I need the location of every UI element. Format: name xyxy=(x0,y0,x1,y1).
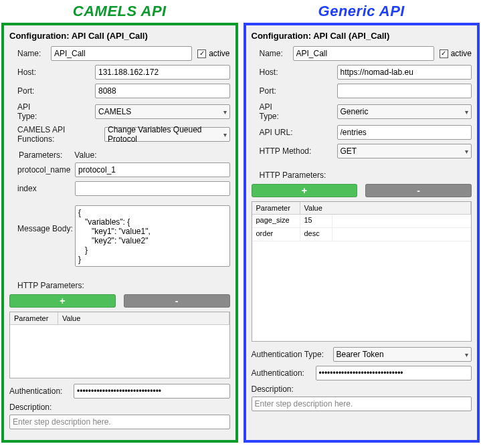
description-input[interactable] xyxy=(252,397,472,411)
description-input[interactable] xyxy=(9,415,230,429)
http-params-table[interactable]: Parameter Value xyxy=(9,312,230,378)
api-type-label: API Type: xyxy=(260,102,293,121)
camels-functions-label: CAMELS API Functions: xyxy=(17,125,104,144)
active-label: active xyxy=(451,49,472,58)
generic-api-heading: Generic API xyxy=(244,1,480,23)
chevron-down-icon: ▾ xyxy=(223,131,227,138)
check-icon: ✓ xyxy=(440,49,448,58)
config-title: Configuration: API Call (API_Call) xyxy=(252,29,472,46)
description-label: Description: xyxy=(252,384,472,394)
port-input[interactable] xyxy=(95,84,230,98)
remove-param-button[interactable]: - xyxy=(124,294,230,308)
params-header: Parameters: Value: xyxy=(9,148,230,162)
param1-name: protocol_name xyxy=(17,165,75,175)
http-method-label: HTTP Method: xyxy=(260,146,314,156)
http-method-select[interactable]: GET ▾ xyxy=(337,144,472,158)
host-label: Host: xyxy=(260,68,293,77)
active-label: active xyxy=(209,49,229,58)
api-type-value: Generic xyxy=(341,107,369,116)
port-input[interactable] xyxy=(337,84,472,98)
cell-param: order xyxy=(252,228,300,241)
col-parameter: Parameter xyxy=(252,202,300,214)
col-value: Value xyxy=(58,312,229,324)
cell-param: page_size xyxy=(252,215,300,227)
name-label: Name: xyxy=(17,49,51,58)
port-label: Port: xyxy=(260,86,293,96)
remove-param-button[interactable]: - xyxy=(365,184,472,197)
add-param-button[interactable]: + xyxy=(9,294,116,308)
http-params-label: HTTP Parameters: xyxy=(260,171,472,180)
auth-type-select[interactable]: Bearer Token ▾ xyxy=(333,347,472,362)
http-params-table[interactable]: Parameter Value page_size 15 order desc xyxy=(252,201,472,342)
port-label: Port: xyxy=(17,86,51,96)
host-label: Host: xyxy=(17,68,51,77)
name-input[interactable] xyxy=(293,46,434,61)
chevron-down-icon: ▾ xyxy=(465,351,468,358)
api-url-input[interactable] xyxy=(337,125,472,140)
config-title: Configuration: API Call (API_Call) xyxy=(9,29,230,46)
param2-name: index xyxy=(17,184,75,193)
api-type-select[interactable]: CAMELS ▾ xyxy=(95,104,230,119)
http-params-label: HTTP Parameters: xyxy=(17,281,230,290)
cell-value: 15 xyxy=(300,215,332,227)
table-row[interactable]: page_size 15 xyxy=(252,215,472,228)
param2-input[interactable] xyxy=(75,181,230,196)
param1-input[interactable] xyxy=(75,162,230,177)
auth-label: Authentication: xyxy=(9,386,74,396)
active-checkbox[interactable]: ✓ active xyxy=(440,49,472,58)
name-label: Name: xyxy=(260,49,293,58)
auth-input[interactable] xyxy=(74,384,230,399)
api-url-label: API URL: xyxy=(260,128,293,137)
api-type-label: API Type: xyxy=(17,102,51,121)
add-param-button[interactable]: + xyxy=(252,184,358,197)
params-header-value: Value: xyxy=(74,150,96,160)
auth-type-value: Bearer Token xyxy=(336,350,384,359)
chevron-down-icon: ▾ xyxy=(465,148,468,155)
http-method-value: GET xyxy=(341,146,357,156)
table-header: Parameter Value xyxy=(10,312,229,325)
active-checkbox[interactable]: ✓ active xyxy=(197,49,229,58)
message-body-textarea[interactable] xyxy=(75,205,230,267)
auth-input[interactable] xyxy=(316,366,472,380)
col-value: Value xyxy=(300,202,472,214)
camels-config-panel: Configuration: API Call (API_Call) Name:… xyxy=(1,23,238,443)
table-header: Parameter Value xyxy=(252,202,472,215)
camels-functions-select[interactable]: Change Variables Queued Protocol ▾ xyxy=(104,127,230,142)
table-row[interactable]: order desc xyxy=(252,228,472,241)
generic-config-panel: Configuration: API Call (API_Call) Name:… xyxy=(244,23,480,443)
check-icon: ✓ xyxy=(197,49,206,58)
host-input[interactable] xyxy=(95,65,230,80)
message-body-label: Message Body: xyxy=(17,205,75,233)
chevron-down-icon: ▾ xyxy=(465,108,468,116)
name-input[interactable] xyxy=(51,46,192,61)
api-type-value: CAMELS xyxy=(98,107,131,116)
camels-functions-value: Change Variables Queued Protocol xyxy=(108,125,223,144)
chevron-down-icon: ▾ xyxy=(223,108,227,116)
camels-api-heading: CAMELS API xyxy=(1,1,238,23)
col-parameter: Parameter xyxy=(10,312,58,324)
auth-type-label: Authentication Type: xyxy=(252,350,333,359)
description-label: Description: xyxy=(9,403,230,412)
params-header-param: Parameters: xyxy=(19,150,62,160)
host-input[interactable] xyxy=(337,65,472,80)
cell-value: desc xyxy=(300,228,332,241)
auth-label: Authentication: xyxy=(252,368,316,378)
api-type-select[interactable]: Generic ▾ xyxy=(337,104,472,119)
